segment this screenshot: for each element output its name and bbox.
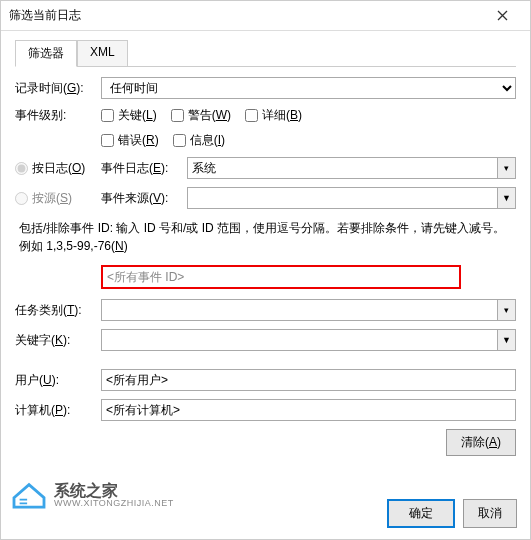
level-critical[interactable]: 关键(L): [101, 107, 157, 124]
chevron-down-icon: ▼: [498, 187, 516, 209]
close-icon: [497, 10, 508, 21]
cancel-button[interactable]: 取消: [463, 499, 517, 528]
watermark: 系统之家 WWW.XITONGZHIJIA.NET: [10, 479, 174, 512]
help-text: 包括/排除事件 ID: 输入 ID 号和/或 ID 范围，使用逗号分隔。若要排除…: [19, 219, 512, 255]
ok-button[interactable]: 确定: [387, 499, 455, 528]
level-error[interactable]: 错误(R): [101, 132, 159, 149]
level-warning[interactable]: 警告(W): [171, 107, 231, 124]
event-id-input[interactable]: <所有事件 ID>: [101, 265, 461, 289]
computer-input[interactable]: [101, 399, 516, 421]
level-label: 事件级别:: [15, 107, 101, 124]
chevron-down-icon: ▾: [498, 299, 516, 321]
eventlog-select[interactable]: 系统▾: [187, 157, 516, 179]
tab-filter[interactable]: 筛选器: [15, 40, 77, 67]
eventlog-value: 系统: [187, 157, 498, 179]
source-select[interactable]: ▼: [187, 187, 516, 209]
eventlog-label: 事件日志(E):: [101, 160, 187, 177]
task-label: 任务类别(T):: [15, 302, 101, 319]
tab-xml[interactable]: XML: [77, 40, 128, 67]
tabs: 筛选器 XML: [15, 39, 516, 67]
logtime-select[interactable]: 任何时间: [101, 77, 516, 99]
radio-bylog[interactable]: 按日志(O): [15, 160, 101, 177]
window-title: 筛选当前日志: [9, 7, 482, 24]
logo-icon: [10, 479, 48, 512]
watermark-name: 系统之家: [54, 482, 174, 500]
source-label: 事件来源(V):: [101, 190, 187, 207]
watermark-url: WWW.XITONGZHIJIA.NET: [54, 499, 174, 509]
level-info[interactable]: 信息(I): [173, 132, 225, 149]
task-select[interactable]: ▾: [101, 299, 516, 321]
computer-label: 计算机(P):: [15, 402, 101, 419]
chevron-down-icon: ▾: [498, 157, 516, 179]
keyword-select[interactable]: ▼: [101, 329, 516, 351]
close-button[interactable]: [482, 2, 522, 30]
radio-bysource[interactable]: 按源(S): [15, 190, 101, 207]
logtime-label: 记录时间(G):: [15, 80, 101, 97]
user-label: 用户(U):: [15, 372, 101, 389]
keyword-label: 关键字(K):: [15, 332, 101, 349]
level-verbose[interactable]: 详细(B): [245, 107, 302, 124]
clear-button[interactable]: 清除(A): [446, 429, 516, 456]
chevron-down-icon: ▼: [498, 329, 516, 351]
user-input[interactable]: [101, 369, 516, 391]
titlebar: 筛选当前日志: [1, 1, 530, 31]
